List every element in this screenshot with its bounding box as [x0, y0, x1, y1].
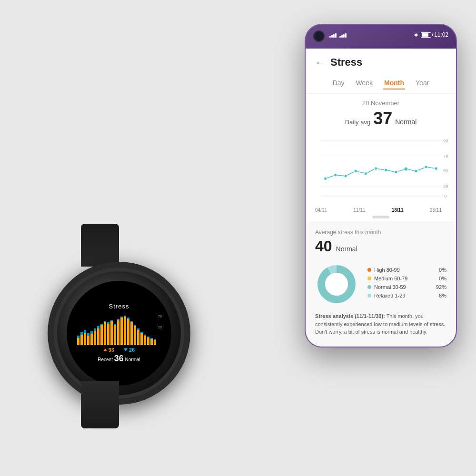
date-section: 20 November Daily avg 37 Normal	[306, 94, 456, 130]
legend-item-normal: Normal 30-59 92%	[367, 284, 446, 290]
svg-rect-28	[90, 334, 93, 345]
watch-strap-top	[81, 224, 119, 267]
battery-icon	[421, 32, 431, 38]
scroll-indicator	[306, 213, 456, 221]
tabs-row: Day Week Month Year	[306, 73, 456, 94]
legend-dot-normal	[367, 285, 371, 289]
legend-pct-high: 0%	[439, 267, 446, 273]
tab-month[interactable]: Month	[383, 77, 405, 89]
svg-point-60	[324, 177, 327, 180]
back-button[interactable]: ←	[315, 57, 325, 68]
svg-rect-43	[140, 333, 143, 345]
svg-rect-38	[124, 317, 126, 345]
daily-avg-status: Normal	[395, 118, 416, 126]
watch-high-value: 93	[109, 347, 114, 353]
svg-rect-32	[104, 322, 106, 345]
tab-day[interactable]: Day	[332, 77, 346, 89]
legend-item-medium: Medium 60-79 0%	[367, 276, 446, 281]
app-title: Stress	[330, 56, 362, 69]
signal-bar-1	[329, 32, 337, 38]
phone-container: ✱ 11:02 ← Stress Day Week Month	[305, 24, 457, 347]
status-bar: ✱ 11:02	[329, 31, 448, 38]
legend-label-normal: Normal 30-59	[374, 284, 406, 290]
svg-rect-24	[77, 338, 79, 345]
legend-pct-relaxed: 8%	[439, 293, 446, 298]
svg-rect-34	[110, 321, 113, 345]
triangle-up-icon	[103, 348, 107, 351]
chart-x-labels: 04/11 11/11 18/11 25/11	[306, 208, 456, 213]
analysis-title: Stress analysis (11/1-11/30):	[315, 313, 385, 319]
svg-rect-30	[97, 328, 99, 345]
svg-rect-45	[147, 337, 149, 345]
svg-point-70	[425, 166, 427, 169]
svg-text:79: 79	[443, 153, 448, 159]
svg-text:29: 29	[158, 326, 162, 329]
svg-text:79: 79	[158, 315, 162, 318]
legend: High 80-99 0% Medium 60-79 0%	[367, 267, 446, 301]
analysis-text: Stress analysis (11/1-11/30): This month…	[315, 312, 446, 341]
svg-rect-44	[144, 336, 146, 345]
time-display: 11:02	[434, 31, 448, 38]
legend-dot-medium	[367, 277, 371, 280]
watch-stats: 93 26	[103, 347, 135, 353]
legend-label-high: High 80-99	[374, 267, 400, 273]
watch-strap-bottom	[81, 381, 119, 428]
watch-screen: Stress	[67, 281, 171, 386]
watch-recent: Recent 36 Normal	[98, 354, 140, 364]
bluetooth-icon: ✱	[414, 32, 418, 38]
svg-rect-36	[117, 320, 119, 345]
svg-point-63	[354, 169, 357, 172]
signal-icons	[329, 32, 347, 38]
svg-point-69	[415, 169, 417, 172]
watch-recent-status: Normal	[125, 357, 140, 362]
svg-rect-31	[100, 325, 103, 345]
x-label-04: 04/11	[315, 208, 327, 213]
avg-number: 40	[315, 238, 332, 255]
scroll-dot	[372, 216, 389, 218]
x-label-25: 25/11	[430, 208, 442, 213]
svg-point-74	[325, 273, 348, 296]
watch-recent-label: Recent	[98, 357, 113, 362]
avg-status: Normal	[336, 245, 357, 253]
chart-area: 99 79 59 29 0	[306, 130, 456, 207]
avg-stress-value: 40 Normal	[315, 238, 446, 255]
daily-avg-row: Daily avg 37 Normal	[306, 109, 456, 129]
donut-chart	[315, 263, 358, 306]
svg-rect-29	[94, 331, 96, 345]
svg-point-68	[404, 167, 408, 171]
watch-container: Stress	[29, 224, 209, 428]
svg-point-71	[435, 167, 437, 170]
svg-rect-41	[134, 326, 136, 345]
scene: Stress	[0, 0, 476, 476]
svg-text:59: 59	[443, 168, 448, 173]
svg-rect-40	[130, 322, 133, 345]
svg-rect-47	[154, 340, 156, 345]
avg-stress-label: Average stress this month	[315, 229, 446, 236]
watch-title: Stress	[109, 303, 129, 310]
svg-text:29: 29	[443, 183, 448, 188]
legend-dot-relaxed	[367, 294, 371, 298]
watch-chart: 79 29	[76, 312, 162, 345]
tab-year[interactable]: Year	[415, 77, 430, 89]
legend-item-relaxed: Relaxed 1-29 8%	[367, 293, 446, 298]
tab-week[interactable]: Week	[355, 77, 374, 89]
svg-rect-33	[107, 324, 109, 345]
watch-stat-high: 93	[103, 347, 114, 353]
svg-rect-26	[84, 333, 86, 345]
svg-text:0: 0	[444, 193, 446, 198]
battery-fill	[422, 33, 428, 37]
watch-body: Stress	[48, 262, 190, 405]
legend-dot-high	[367, 268, 371, 272]
phone-screen: ← Stress Day Week Month Year 20 November…	[306, 49, 456, 347]
x-label-18: 18/11	[392, 208, 404, 213]
date-label: 20 November	[306, 99, 456, 107]
legend-pct-medium: 0%	[439, 276, 446, 281]
app-header: ← Stress	[306, 49, 456, 73]
daily-avg-text: Daily avg	[345, 119, 370, 126]
donut-section: High 80-99 0% Medium 60-79 0%	[315, 263, 446, 306]
watch-stat-low: 26	[124, 347, 135, 353]
svg-rect-35	[114, 325, 116, 345]
signal-bar-2	[339, 32, 347, 38]
watch-low-value: 26	[129, 347, 135, 353]
svg-point-62	[344, 175, 347, 178]
